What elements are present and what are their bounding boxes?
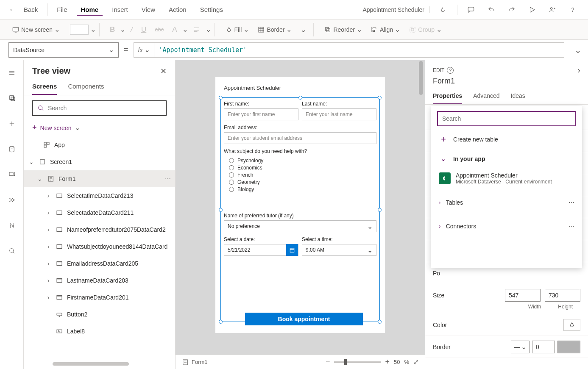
border-button[interactable]: Border — [254, 23, 295, 36]
create-new-table-button[interactable]: + Create new table — [437, 130, 576, 149]
app-checker-icon[interactable] — [437, 3, 450, 17]
zoom-slider[interactable] — [334, 361, 381, 363]
tutor-select[interactable]: No preference ⌄ — [224, 220, 376, 232]
chevron-down-icon[interactable]: ⌄ — [36, 175, 43, 182]
font-family-select[interactable] — [70, 25, 89, 35]
tab-advanced[interactable]: Advanced — [473, 90, 499, 104]
time-select[interactable]: 9:00 AM ⌄ — [302, 244, 376, 256]
chevron-right-icon[interactable]: › — [45, 277, 52, 284]
redo-icon[interactable] — [505, 3, 518, 17]
tab-components[interactable]: Components — [68, 80, 104, 95]
datasource-search-input[interactable] — [437, 111, 576, 126]
vertical-scrollbar[interactable] — [418, 60, 424, 340]
hamburger-icon[interactable] — [3, 64, 20, 81]
menu-view[interactable]: View — [137, 3, 159, 16]
horizontal-scrollbar[interactable] — [53, 362, 167, 366]
tree-node-datacard[interactable]: ›FirstnameDataCard201 — [24, 289, 175, 306]
tree-node-button2[interactable]: Button2 — [24, 306, 175, 323]
tree-node-datacard[interactable]: ›SelectatimeDataCard213 — [24, 187, 175, 204]
back-button[interactable]: Back — [20, 3, 42, 16]
expand-formula-icon[interactable]: ⌄ — [568, 45, 588, 55]
border-width-input[interactable]: 0 — [532, 341, 555, 353]
strikethrough-button[interactable]: abc — [151, 23, 167, 36]
tree-node-datacard[interactable]: ›Whatsubjectdoyouneed8144DataCard — [24, 238, 175, 255]
plus-icon[interactable] — [3, 115, 20, 132]
resize-handle[interactable] — [219, 320, 223, 324]
resize-handle[interactable] — [378, 96, 382, 100]
tree-node-form1[interactable]: ⌄ Form1 ⋯ — [24, 170, 175, 187]
height-input[interactable]: 730 — [545, 289, 580, 302]
search-rail-icon[interactable] — [3, 242, 20, 259]
chevron-right-icon[interactable]: › — [45, 226, 52, 233]
resize-handle[interactable] — [298, 96, 302, 100]
menu-home[interactable]: Home — [77, 3, 103, 16]
more-icon[interactable]: ⋯ — [162, 175, 171, 182]
italic-button[interactable]: / — [127, 23, 136, 36]
text-align-button[interactable] — [189, 23, 204, 36]
resize-handle[interactable] — [219, 96, 223, 100]
width-input[interactable]: 547 — [505, 289, 541, 302]
data-icon[interactable] — [3, 141, 20, 158]
more-icon[interactable]: ⋯ — [568, 223, 574, 230]
menu-insert[interactable]: Insert — [108, 3, 132, 16]
comments-icon[interactable] — [464, 3, 478, 17]
close-icon[interactable]: ✕ — [160, 67, 167, 76]
media-icon[interactable] — [3, 166, 20, 183]
tab-properties[interactable]: Properties — [433, 90, 462, 104]
tree-node-datacard[interactable]: ›EmailaddressDataCard205 — [24, 255, 175, 272]
chevron-right-icon[interactable]: › — [45, 192, 52, 199]
help-icon[interactable] — [566, 3, 580, 17]
menu-settings[interactable]: Settings — [196, 3, 227, 16]
underline-button[interactable]: U — [138, 23, 150, 36]
fit-to-screen-icon[interactable]: ⤢ — [413, 358, 419, 366]
chevron-right-icon[interactable]: › — [45, 294, 52, 301]
property-selector[interactable]: DataSource — [8, 42, 119, 58]
connectors-group[interactable]: ›Connectors ⋯ — [437, 214, 576, 238]
in-your-app-group[interactable]: ⌄ In your app — [437, 149, 576, 169]
chevron-right-icon[interactable]: › — [45, 243, 52, 250]
tree-view-icon[interactable] — [3, 90, 20, 107]
formula-input[interactable]: 'Appointment Scheduler' — [154, 46, 251, 54]
zoom-in-button[interactable]: + — [385, 358, 390, 366]
chevron-right-icon[interactable]: › — [577, 65, 580, 75]
resize-handle[interactable] — [378, 320, 382, 324]
book-appointment-button[interactable]: Book appointment — [245, 313, 363, 325]
menu-file[interactable]: File — [53, 3, 71, 16]
resize-handle[interactable] — [378, 208, 382, 212]
power-automate-icon[interactable] — [3, 191, 20, 208]
subject-radio-option[interactable]: Psychology — [229, 158, 376, 164]
reorder-button[interactable]: Reorder — [320, 23, 365, 36]
tab-ideas[interactable]: Ideas — [511, 90, 525, 104]
share-icon[interactable] — [546, 3, 559, 17]
more-icon[interactable]: ⋯ — [568, 199, 574, 206]
border-style-select[interactable]: — — [511, 341, 529, 353]
chevron-down-icon[interactable]: ⌄ — [28, 158, 35, 165]
help-icon[interactable]: ? — [447, 67, 454, 74]
tree-node-datacard[interactable]: ›Nameofpreferredtutor2075DataCard2 — [24, 221, 175, 238]
group-button[interactable]: Group — [405, 23, 445, 36]
color-picker-button[interactable] — [563, 319, 580, 331]
email-input[interactable]: Enter your student email address — [224, 132, 376, 144]
fx-button[interactable]: fx — [134, 43, 155, 57]
bold-button[interactable]: B — [106, 23, 118, 36]
style-chevron-icon[interactable]: ⌄ — [297, 23, 310, 36]
play-icon[interactable] — [525, 3, 539, 17]
new-screen-button[interactable]: New screen — [8, 23, 63, 36]
tree-node-screen1[interactable]: ⌄ Screen1 — [24, 153, 175, 170]
tree-node-datacard[interactable]: ›SelectadateDataCard211 — [24, 204, 175, 221]
tree-search-input[interactable] — [32, 100, 167, 116]
subject-radio-option[interactable]: Geometry — [229, 179, 376, 185]
menu-action[interactable]: Action — [164, 3, 191, 16]
calendar-icon[interactable] — [286, 244, 298, 256]
datasource-item-appointment-scheduler[interactable]: Appointment Scheduler Microsoft Datavers… — [437, 169, 576, 191]
design-canvas[interactable]: Appointment Scheduler First name: — [215, 77, 385, 333]
chevron-right-icon[interactable]: › — [45, 260, 52, 267]
tree-node-label8[interactable]: Label8 — [24, 323, 175, 340]
tables-group[interactable]: ›Tables ⋯ — [437, 191, 576, 214]
align-button[interactable]: Align — [367, 23, 404, 36]
back-arrow-icon[interactable]: ← — [8, 5, 17, 14]
fill-button[interactable]: Fill — [222, 23, 253, 36]
date-picker[interactable]: 5/21/2022 — [224, 244, 298, 256]
undo-icon[interactable] — [485, 3, 498, 17]
subject-radio-option[interactable]: Economics — [229, 165, 376, 171]
